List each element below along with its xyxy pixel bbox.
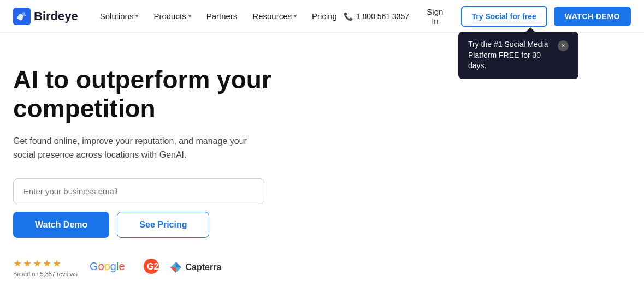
star-rating: ★ ★ ★ ★ ★ xyxy=(13,258,79,270)
star-1: ★ xyxy=(13,258,22,270)
nav-links: Solutions ▾ Products ▾ Partners Resource… xyxy=(93,7,344,25)
chevron-down-icon: ▾ xyxy=(135,13,138,19)
svg-marker-6 xyxy=(176,262,181,267)
star-2: ★ xyxy=(23,258,32,270)
brand-logos: Google G2 Capterra xyxy=(90,258,221,277)
hero-title: AI to outperform your competition xyxy=(13,65,282,123)
hero-subtitle: Get found online, improve your reputatio… xyxy=(13,134,264,162)
watch-demo-button[interactable]: Watch Demo xyxy=(13,212,109,238)
star-3: ★ xyxy=(33,258,42,270)
navbar: Birdeye Solutions ▾ Products ▾ Partners … xyxy=(0,0,644,33)
sign-in-button[interactable]: Sign In xyxy=(416,3,454,30)
stars-block: ★ ★ ★ ★ ★ Based on 5,387 reviews: xyxy=(13,258,79,277)
chevron-down-icon: ▾ xyxy=(188,13,191,19)
star-4: ★ xyxy=(43,258,51,270)
nav-pricing[interactable]: Pricing xyxy=(305,7,344,25)
google-logo: Google xyxy=(90,259,133,276)
logo-text: Birdeye xyxy=(34,9,78,23)
star-5-half: ★ xyxy=(52,258,61,270)
nav-partners[interactable]: Partners xyxy=(200,7,244,25)
birdeye-logo-icon xyxy=(13,8,31,25)
social-proof: ★ ★ ★ ★ ★ Based on 5,387 reviews: Google xyxy=(13,258,282,277)
capterra-logo: Capterra xyxy=(169,261,221,274)
tooltip-text: Try the #1 Social Media Platform FREE fo… xyxy=(468,39,552,71)
email-input-wrapper xyxy=(13,178,282,204)
tooltip-close-button[interactable]: × xyxy=(558,40,569,51)
nav-right: 📞 1 800 561 3357 Sign In Try Social for … xyxy=(344,3,631,30)
watch-demo-nav-button[interactable]: WATCH DEMO xyxy=(554,7,631,26)
hero-section: AI to outperform your competition Get fo… xyxy=(0,33,295,293)
svg-marker-7 xyxy=(170,267,176,273)
capterra-text: Capterra xyxy=(185,262,221,272)
svg-text:Google: Google xyxy=(90,260,125,272)
tooltip-popup: Try the #1 Social Media Platform FREE fo… xyxy=(458,32,578,79)
try-social-button[interactable]: Try Social for free xyxy=(461,6,547,27)
see-pricing-button[interactable]: See Pricing xyxy=(117,212,209,238)
nav-solutions[interactable]: Solutions ▾ xyxy=(93,7,145,25)
cta-buttons: Watch Demo See Pricing xyxy=(13,212,282,238)
chevron-down-icon: ▾ xyxy=(294,13,297,19)
phone-icon: 📞 xyxy=(344,12,353,21)
svg-point-1 xyxy=(22,12,25,15)
svg-text:G2: G2 xyxy=(147,262,158,271)
phone-link[interactable]: 📞 1 800 561 3357 xyxy=(344,12,409,21)
logo[interactable]: Birdeye xyxy=(13,8,78,25)
g2-logo: G2 xyxy=(143,258,159,277)
nav-products[interactable]: Products ▾ xyxy=(147,7,197,25)
nav-resources[interactable]: Resources ▾ xyxy=(246,7,303,25)
reviews-text: Based on 5,387 reviews: xyxy=(13,271,79,277)
email-input[interactable] xyxy=(13,178,264,204)
